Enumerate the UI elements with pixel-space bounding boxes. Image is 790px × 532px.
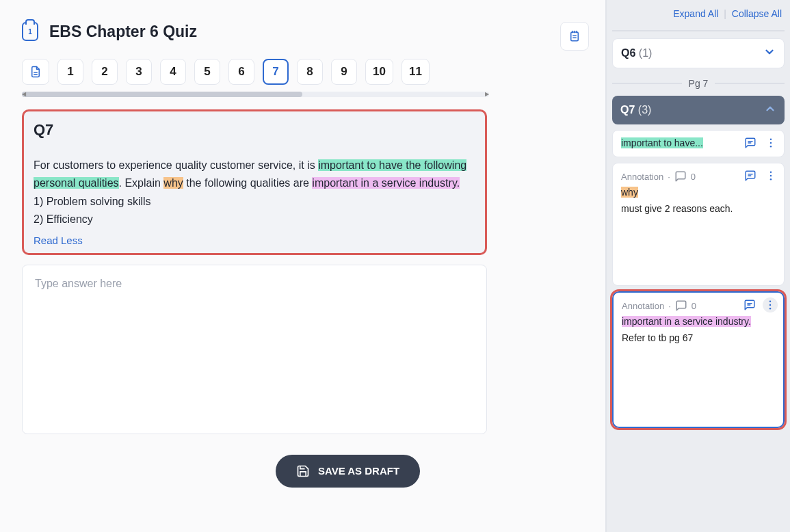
chevron-up-icon [764,103,776,118]
panel-links: Expand All | Collapse All [612,8,785,23]
svg-point-5 [770,175,772,176]
question-bullet-2: 2) Efficiency [34,213,93,225]
question-text-fragment: . Explain [119,177,164,189]
title-row: 1 EBS Chapter 6 Quiz [22,22,605,41]
clipboard-icon: 1 [22,22,38,41]
page-label: Pg 7 [689,78,709,89]
more-menu-button[interactable] [763,168,778,183]
svg-point-8 [769,304,771,306]
annotation-body: must give 2 reasons each. [621,203,776,214]
annotation-actions [744,168,778,183]
comment-count: 0 [692,301,696,311]
question-text-fragment: For customers to experience quality cust… [34,159,318,171]
document-icon [29,66,42,78]
comment-count-icon [675,300,687,312]
question-card: Q7 For customers to experience quality c… [22,109,487,255]
save-button-label: SAVE AS DRAFT [318,465,399,477]
annotation-body: Refer to tb pg 67 [622,332,775,343]
question-tab-6[interactable]: 6 [228,59,254,85]
question-tab-3[interactable]: 3 [126,59,152,85]
svg-point-3 [770,146,772,147]
annotation-snippet: why [621,187,638,198]
scroll-right-icon: ▶ [485,91,489,97]
question-tab-7[interactable]: 7 [263,59,289,85]
highlight-pink[interactable]: important in a service industry. [312,177,460,189]
collapse-all-link[interactable]: Collapse All [732,8,782,19]
q7-header[interactable]: Q7 (3) [612,96,785,124]
panel-divider [612,30,785,31]
comment-icon[interactable] [743,299,756,311]
annotation-snippet: important to have... [621,137,703,148]
notepad-icon [568,30,581,42]
annotation-actions [743,297,778,312]
q6-row-label: Q6 (1) [621,47,652,59]
question-tab-10[interactable]: 10 [365,59,393,85]
overview-tab[interactable] [22,59,49,85]
comment-icon[interactable] [744,170,756,182]
question-tab-9[interactable]: 9 [331,59,357,85]
question-label: Q7 [34,121,475,139]
comment-icon[interactable] [744,137,756,149]
svg-point-2 [770,142,772,144]
save-draft-button[interactable]: SAVE AS DRAFT [276,455,420,488]
question-text: For customers to experience quality cust… [34,157,475,229]
question-bullet-1: 1) Problem solving skills [34,196,151,207]
question-tab-11[interactable]: 11 [401,59,430,85]
link-divider: | [724,8,726,19]
svg-point-4 [770,172,772,173]
scroll-left-icon: ◀ [22,91,26,97]
annotations-panel: Expand All | Collapse All Q6 (1) Pg 7 Q7… [605,0,790,532]
question-tab-1[interactable]: 1 [57,59,83,85]
notes-toggle-button[interactable] [560,22,589,51]
question-tabs: 1234567891011 ◀ ▶ [22,59,605,97]
question-tab-2[interactable]: 2 [92,59,118,85]
annotation-card-2[interactable]: Annotation· 0 why must give 2 reasons ea… [612,163,785,286]
answer-textarea[interactable] [22,265,487,434]
more-menu-button[interactable] [763,297,778,312]
page-separator: Pg 7 [612,78,785,89]
dots-vertical-icon [765,137,777,149]
save-icon [296,464,310,478]
dots-vertical-icon [765,170,777,182]
svg-point-9 [769,308,771,309]
main-pane: 1 EBS Chapter 6 Quiz 1234567891011 ◀ ▶ Q… [0,0,605,532]
question-tab-5[interactable]: 5 [194,59,220,85]
comment-count: 0 [691,172,696,182]
q6-row[interactable]: Q6 (1) [612,38,785,68]
question-tab-8[interactable]: 8 [297,59,323,85]
chevron-down-icon [763,46,776,61]
comment-count-icon [674,170,687,183]
question-tabs-scrollbar[interactable]: ◀ ▶ [22,92,489,97]
annotation-card-3[interactable]: Annotation· 0 important in a service ind… [612,291,785,428]
svg-point-6 [770,178,772,180]
question-text-fragment: the following qualities are [183,177,313,189]
expand-all-link[interactable]: Expand All [673,8,718,19]
highlight-orange[interactable]: why [163,177,183,189]
q7-header-label: Q7 (3) [620,104,651,116]
svg-point-1 [770,139,772,140]
annotation-actions [744,135,778,150]
svg-point-7 [769,301,771,302]
read-less-link[interactable]: Read Less [34,235,475,246]
annotation-card-1[interactable]: important to have... [612,130,785,157]
question-tab-4[interactable]: 4 [160,59,186,85]
annotation-snippet: important in a service industry. [622,316,751,327]
more-menu-button[interactable] [763,135,778,150]
dots-vertical-icon [764,299,776,311]
quiz-title: EBS Chapter 6 Quiz [49,23,197,41]
svg-rect-0 [571,32,579,41]
